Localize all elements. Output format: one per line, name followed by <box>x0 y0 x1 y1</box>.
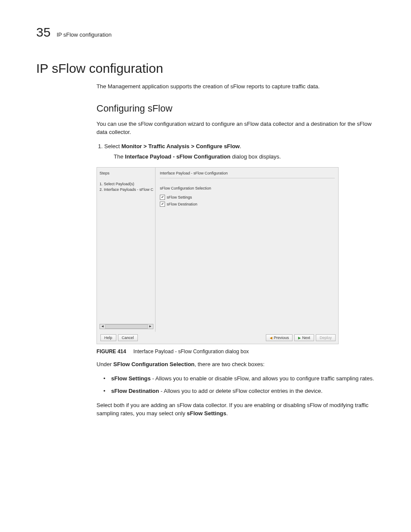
paragraph: You can use the sFlow configuration wiza… <box>97 120 381 137</box>
running-header: 35 IP sFlow configuration <box>36 25 381 40</box>
chapter-title: IP sFlow configuration <box>56 31 112 38</box>
bullet-bold: sFlow Settings <box>111 375 151 382</box>
tail-suffix: . <box>226 410 228 417</box>
steps-tree: 1. Select Payload(s) 2. Interface Payloa… <box>100 181 153 192</box>
step-text-prefix: Select <box>104 143 121 149</box>
cancel-button[interactable]: Cancel <box>118 334 138 341</box>
step-list: Select Monitor > Traffic Analysis > Conf… <box>97 143 381 162</box>
bullet-bold: sFlow Destination <box>111 388 159 394</box>
checkbox-label: sFlow Destination <box>167 202 197 206</box>
previous-button[interactable]: ◀Previous <box>266 334 293 341</box>
checkbox-label: sFlow Settings <box>167 195 192 199</box>
text-bold: SFlow Configuration Selection <box>113 361 195 367</box>
page-heading-2: Configuring sFlow <box>97 103 381 114</box>
scroll-thumb[interactable] <box>105 324 148 329</box>
dialog-main-panel: Interface Payload - sFlow Configuration … <box>157 168 338 332</box>
step-sub-prefix: The <box>114 153 125 160</box>
dialog-title: Interface Payload - sFlow Configuration <box>160 171 335 175</box>
divider <box>160 178 335 178</box>
dialog-footer: Help Cancel ◀Previous ▶Next Deploy <box>97 332 338 344</box>
dialog-screenshot: Steps 1. Select Payload(s) 2. Interface … <box>97 167 339 344</box>
list-item: sFlow Destination - Allows you to add or… <box>105 387 381 395</box>
tree-item[interactable]: 2. Interface Payloads - sFlow Configu <box>100 187 153 193</box>
bullet-rest: - Allows you to enable or disable sFlow,… <box>151 375 374 382</box>
tail-text: Select both if you are adding an sFlow d… <box>97 402 368 417</box>
next-label: Next <box>302 336 310 340</box>
step-subtext: The Interface Payload - sFlow Configurat… <box>114 153 381 161</box>
checkbox-icon[interactable]: ✔ <box>160 202 165 207</box>
next-icon: ▶ <box>298 336 301 340</box>
figure-number: FIGURE 414 <box>97 348 126 355</box>
bullet-rest: - Allows you to add or delete sFlow coll… <box>159 388 322 394</box>
text-prefix: Under <box>97 361 113 367</box>
section-label: sFlow Configuration Selection <box>160 186 335 190</box>
tail-bold: sFlow Settings <box>187 410 227 417</box>
paragraph: Select both if you are adding an sFlow d… <box>97 401 381 418</box>
horizontal-scrollbar[interactable]: ◄ ► <box>100 324 153 329</box>
chapter-number: 35 <box>36 25 50 40</box>
step-text-bold: Monitor > Traffic Analysis > Configure s… <box>121 143 240 149</box>
step-sub-suffix: dialog box displays. <box>230 153 281 160</box>
checkbox-row[interactable]: ✔ sFlow Destination <box>160 202 335 207</box>
text-suffix: , there are two check boxes: <box>195 361 265 367</box>
bullet-list: sFlow Settings - Allows you to enable or… <box>97 375 381 395</box>
help-button[interactable]: Help <box>100 334 116 341</box>
next-button[interactable]: ▶Next <box>294 334 314 341</box>
figure-caption: FIGURE 414 Interface Payload - sFlow Con… <box>97 348 381 355</box>
scroll-right-icon[interactable]: ► <box>148 324 153 329</box>
steps-label: Steps <box>100 171 153 175</box>
page-heading-1: IP sFlow configuration <box>36 61 381 76</box>
list-item: sFlow Settings - Allows you to enable or… <box>105 375 381 383</box>
step-text-suffix: . <box>240 143 241 149</box>
tree-item[interactable]: 1. Select Payload(s) <box>100 181 153 187</box>
deploy-button[interactable]: Deploy <box>316 334 336 341</box>
checkbox-icon[interactable]: ✔ <box>160 195 165 200</box>
checkbox-row[interactable]: ✔ sFlow Settings <box>160 195 335 200</box>
scroll-left-icon[interactable]: ◄ <box>100 324 105 329</box>
intro-paragraph: The Management application supports the … <box>97 83 381 91</box>
figure-caption-text: Interface Payload - sFlow Configuration … <box>133 348 249 355</box>
dialog-steps-panel: Steps 1. Select Payload(s) 2. Interface … <box>97 168 156 332</box>
paragraph: Under SFlow Configuration Selection, the… <box>97 361 381 369</box>
step-sub-bold: Interface Payload - sFlow Configuration <box>125 153 230 160</box>
previous-icon: ◀ <box>270 336 272 340</box>
previous-label: Previous <box>274 336 289 340</box>
step-item: Select Monitor > Traffic Analysis > Conf… <box>104 143 381 162</box>
